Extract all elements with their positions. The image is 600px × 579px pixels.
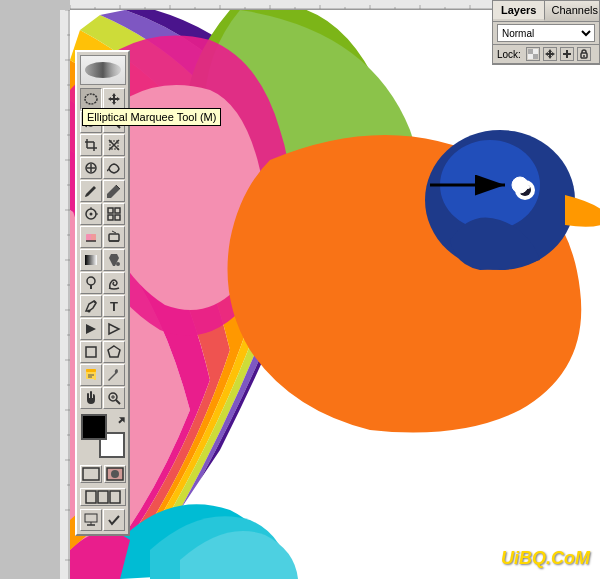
svg-rect-99 (86, 369, 96, 372)
layers-tab[interactable]: Layers (493, 1, 545, 21)
lock-checkerboard-btn[interactable] (526, 47, 540, 61)
svg-point-91 (116, 262, 120, 266)
watermark: UiBQ.CoM (501, 548, 590, 569)
tool-row-13 (80, 364, 125, 386)
svg-line-102 (113, 374, 115, 376)
tool-row-12 (80, 341, 125, 363)
svg-point-56 (515, 180, 525, 190)
svg-line-104 (116, 400, 120, 404)
svg-rect-90 (85, 255, 97, 265)
tool-row-8 (80, 249, 125, 271)
white-canvas (70, 10, 600, 579)
svg-line-74 (107, 169, 109, 171)
svg-rect-114 (85, 514, 97, 522)
mode-row (80, 465, 126, 483)
tool-row-14 (80, 387, 125, 409)
svg-line-94 (94, 301, 96, 303)
svg-rect-112 (98, 491, 108, 503)
burn-tool-btn[interactable] (103, 272, 125, 294)
brush-preview (80, 55, 126, 85)
blend-mode-select[interactable]: Normal Dissolve Multiply Screen Overlay (497, 24, 595, 42)
svg-rect-113 (110, 491, 120, 503)
svg-point-110 (111, 470, 119, 478)
lock-label: Lock: (497, 49, 521, 60)
tooltip-text: Elliptical Marquee Tool (M) (87, 111, 216, 123)
tool-row-3 (80, 134, 125, 156)
channels-tab[interactable]: Channels (545, 1, 600, 21)
tool-row-9 (80, 272, 125, 294)
svg-rect-119 (533, 49, 538, 54)
jump-btn[interactable] (80, 509, 102, 531)
bg-eraser-tool-btn[interactable] (103, 226, 125, 248)
dodge-tool-btn[interactable] (80, 272, 102, 294)
tooltip: Elliptical Marquee Tool (M) (82, 108, 221, 126)
screen-mode-row (80, 488, 126, 506)
layers-panel: Layers Channels Normal Dissolve Multiply… (492, 0, 600, 65)
svg-point-124 (583, 55, 585, 57)
gradient-tool-btn[interactable] (80, 249, 102, 271)
svg-marker-97 (108, 346, 120, 357)
svg-rect-82 (108, 215, 113, 220)
tool-row-bottom (80, 509, 125, 531)
direct-selection-btn[interactable] (103, 318, 125, 340)
tool-row-4 (80, 157, 125, 179)
brush-tool-btn[interactable] (80, 180, 102, 202)
tool-row-6 (80, 203, 125, 225)
ruler-left (60, 10, 70, 579)
eyedropper-tool-btn[interactable] (103, 364, 125, 386)
crop-tool-btn[interactable] (80, 134, 102, 156)
healing-tool-btn[interactable] (80, 157, 102, 179)
notes-tool-btn[interactable] (80, 364, 102, 386)
patch-tool-btn[interactable] (103, 157, 125, 179)
tool-row-11 (80, 318, 125, 340)
svg-point-77 (90, 213, 93, 216)
lock-all-btn[interactable] (577, 47, 591, 61)
layers-lock-row: Lock: (493, 45, 599, 64)
check-btn[interactable] (103, 509, 125, 531)
svg-rect-107 (83, 468, 99, 480)
hand-tool-btn[interactable] (80, 387, 102, 409)
clone-tool-btn[interactable] (80, 203, 102, 225)
custom-shape-btn[interactable] (103, 341, 125, 363)
svg-rect-96 (86, 347, 96, 357)
layers-panel-header: Layers Channels (493, 1, 599, 22)
eraser-tool-btn[interactable] (80, 226, 102, 248)
marquee-tool-btn[interactable] (80, 88, 102, 110)
color-boxes (81, 414, 125, 458)
screen-mode-btn[interactable] (80, 488, 126, 506)
tool-row-1 (80, 88, 125, 110)
svg-rect-80 (108, 208, 113, 213)
standard-mode-btn[interactable] (80, 465, 102, 483)
svg-point-92 (87, 277, 95, 285)
path-selection-btn[interactable] (80, 318, 102, 340)
pencil-tool-btn[interactable] (103, 180, 125, 202)
slice-tool-btn[interactable] (103, 134, 125, 156)
move-tool-btn[interactable] (103, 88, 125, 110)
pen-tool-btn[interactable] (80, 295, 102, 317)
layers-controls: Normal Dissolve Multiply Screen Overlay (493, 22, 599, 45)
fg-color-box[interactable] (81, 414, 107, 440)
text-tool-btn[interactable]: T (103, 295, 125, 317)
tool-row-5 (80, 180, 125, 202)
tool-row-7 (80, 226, 125, 248)
watermark-text: UiBQ.CoM (501, 548, 590, 568)
svg-line-89 (112, 231, 116, 233)
lock-move-btn[interactable] (543, 47, 557, 61)
tool-row-10: T (80, 295, 125, 317)
paint-bucket-btn[interactable] (103, 249, 125, 271)
svg-rect-87 (109, 234, 119, 241)
svg-rect-85 (91, 234, 96, 241)
shape-tool-btn[interactable] (80, 341, 102, 363)
svg-rect-81 (115, 208, 120, 213)
svg-point-57 (85, 62, 121, 78)
svg-point-58 (85, 94, 97, 104)
svg-point-95 (88, 310, 91, 313)
svg-rect-111 (86, 491, 96, 503)
zoom-tool-btn[interactable] (103, 387, 125, 409)
svg-rect-117 (528, 49, 533, 54)
pattern-tool-btn[interactable] (103, 203, 125, 225)
svg-rect-118 (533, 54, 538, 59)
lock-paint-btn[interactable] (560, 47, 574, 61)
quick-mask-btn[interactable] (104, 465, 126, 483)
svg-rect-83 (115, 215, 120, 220)
